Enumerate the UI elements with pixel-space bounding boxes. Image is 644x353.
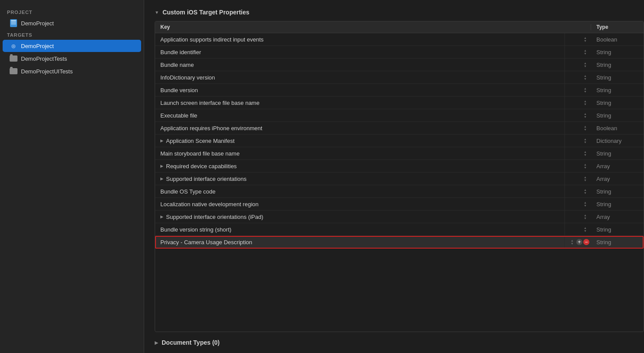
sort-arrows[interactable]: ▲▼ xyxy=(584,36,587,42)
sort-arrows[interactable]: ▲▼ xyxy=(584,100,587,106)
row-controls: ▲▼ + − xyxy=(565,239,591,245)
expand-arrow-icon[interactable]: ▶ xyxy=(160,176,163,181)
row-key-text: Supported interface orientations xyxy=(166,176,246,182)
row-key: Application requires iPhone environment xyxy=(155,122,565,134)
row-key-text: Application Scene Manifest xyxy=(166,138,235,144)
sort-arrows[interactable]: ▲▼ xyxy=(584,49,587,55)
row-controls: ▲▼ xyxy=(565,226,591,232)
row-type: Array xyxy=(591,211,644,222)
row-key-text: Bundle version string (short) xyxy=(160,226,232,233)
sort-arrows-privacy[interactable]: ▲▼ xyxy=(571,239,574,245)
table-row[interactable]: Bundle name ▲▼ String xyxy=(155,59,644,71)
add-remove-buttons: + − xyxy=(576,239,589,245)
row-key: Bundle version xyxy=(155,84,565,96)
col-type-header: Type xyxy=(591,24,644,30)
row-key-text: Bundle identifier xyxy=(160,49,201,55)
row-key: ▶ Supported interface orientations (iPad… xyxy=(155,211,565,223)
table-row[interactable]: Bundle version string (short) ▲▼ String xyxy=(155,223,644,236)
document-types-triangle[interactable]: ▶ xyxy=(155,340,158,345)
sidebar-demo-project-tests-label: DemoProjectTests xyxy=(21,55,67,62)
row-key-text: Privacy - Camera Usage Description xyxy=(160,239,252,246)
sidebar-demo-project-label: DemoProject xyxy=(21,43,54,49)
sort-arrows[interactable]: ▲▼ xyxy=(584,201,587,207)
row-key-text: Launch screen interface file base name xyxy=(160,100,260,106)
table-row[interactable]: Application requires iPhone environment … xyxy=(155,122,644,135)
add-row-button[interactable]: + xyxy=(576,239,582,245)
table-row[interactable]: Main storyboard file base name ▲▼ String xyxy=(155,147,644,160)
row-type: String xyxy=(591,237,644,248)
sort-arrows[interactable]: ▲▼ xyxy=(584,150,587,156)
sort-arrows[interactable]: ▲▼ xyxy=(584,87,587,93)
sidebar-item-demo-project-ui-tests[interactable]: DemoProjectUITests xyxy=(3,65,141,77)
row-controls: ▲▼ xyxy=(565,100,591,106)
row-controls: ▲▼ xyxy=(565,188,591,194)
expand-arrow-icon[interactable]: ▶ xyxy=(160,138,163,143)
table-row[interactable]: ▶ Required device capabilities ▲▼ Array xyxy=(155,160,644,173)
main-content: ▼ Custom iOS Target Properties Key Type … xyxy=(144,0,644,353)
sort-arrows[interactable]: ▲▼ xyxy=(584,214,587,220)
row-controls: ▲▼ xyxy=(565,49,591,55)
table-row[interactable]: Executable file ▲▼ String xyxy=(155,109,644,122)
sort-arrows[interactable]: ▲▼ xyxy=(584,176,587,182)
row-key: ▶ Required device capabilities xyxy=(155,160,565,172)
row-key-text: Application supports indirect input even… xyxy=(160,36,263,43)
sort-arrows[interactable]: ▲▼ xyxy=(584,188,587,194)
row-key: Launch screen interface file base name xyxy=(155,97,565,109)
document-types-label: Document Types (0) xyxy=(162,339,220,346)
row-key: Bundle OS Type code xyxy=(155,185,565,197)
sort-arrows[interactable]: ▲▼ xyxy=(584,112,587,118)
row-controls: ▲▼ xyxy=(565,150,591,156)
table-row[interactable]: ▶ Application Scene Manifest ▲▼ Dictiona… xyxy=(155,135,644,147)
sidebar-item-project[interactable]: DemoProject xyxy=(3,17,141,29)
properties-table: Key Type Application supports indirect i… xyxy=(155,21,644,332)
row-key-text: Application requires iPhone environment xyxy=(160,125,262,132)
table-row[interactable]: Bundle version ▲▼ String xyxy=(155,84,644,97)
table-row[interactable]: ▶ Supported interface orientations (iPad… xyxy=(155,211,644,223)
sort-arrows[interactable]: ▲▼ xyxy=(584,62,587,68)
row-key: InfoDictionary version xyxy=(155,71,565,83)
sort-arrows[interactable]: ▲▼ xyxy=(584,74,587,80)
custom-ios-section-header: ▼ Custom iOS Target Properties xyxy=(144,9,644,21)
sidebar-item-demo-project[interactable]: DemoProject xyxy=(3,40,141,52)
privacy-camera-row[interactable]: Privacy - Camera Usage Description ▲▼ + … xyxy=(155,236,644,249)
row-key-text: InfoDictionary version xyxy=(160,74,215,81)
row-type: String xyxy=(591,72,644,83)
sidebar-demo-project-ui-tests-label: DemoProjectUITests xyxy=(21,68,73,75)
table-row[interactable]: Launch screen interface file base name ▲… xyxy=(155,97,644,109)
project-item-label: DemoProject xyxy=(21,20,54,27)
sidebar: PROJECT DemoProject TARGETS DemoProject … xyxy=(0,0,144,353)
document-types-section[interactable]: ▶ Document Types (0) xyxy=(144,332,644,353)
row-type: String xyxy=(591,199,644,210)
table-header: Key Type xyxy=(155,21,644,33)
project-icon xyxy=(10,19,17,27)
table-row[interactable]: ▶ Supported interface orientations ▲▼ Ar… xyxy=(155,173,644,185)
expand-arrow-icon[interactable]: ▶ xyxy=(160,164,163,168)
row-type: Array xyxy=(591,173,644,184)
sort-arrows[interactable]: ▲▼ xyxy=(584,163,587,169)
row-key: Bundle name xyxy=(155,59,565,71)
table-row[interactable]: InfoDictionary version ▲▼ String xyxy=(155,71,644,84)
row-controls: ▲▼ xyxy=(565,163,591,169)
table-row[interactable]: Localization native development region ▲… xyxy=(155,198,644,211)
sort-arrows[interactable]: ▲▼ xyxy=(584,138,587,144)
remove-row-button[interactable]: − xyxy=(583,239,589,245)
row-controls: ▲▼ xyxy=(565,62,591,68)
row-key-text: Main storyboard file base name xyxy=(160,150,239,157)
row-type: String xyxy=(591,59,644,70)
table-row[interactable]: Application supports indirect input even… xyxy=(155,33,644,46)
row-key: Application supports indirect input even… xyxy=(155,33,565,45)
expand-arrow-icon[interactable]: ▶ xyxy=(160,215,163,219)
sort-arrows[interactable]: ▲▼ xyxy=(584,226,587,232)
row-key-text: Bundle name xyxy=(160,62,194,68)
table-body: Application supports indirect input even… xyxy=(155,33,644,249)
table-row[interactable]: Bundle OS Type code ▲▼ String xyxy=(155,185,644,198)
table-row[interactable]: Bundle identifier ▲▼ String xyxy=(155,46,644,59)
sort-arrows[interactable]: ▲▼ xyxy=(584,125,587,131)
section-collapse-triangle[interactable]: ▼ xyxy=(155,10,159,15)
row-controls: ▲▼ xyxy=(565,74,591,80)
row-controls: ▲▼ xyxy=(565,87,591,93)
row-type: Boolean xyxy=(591,123,644,134)
row-type: Dictionary xyxy=(591,135,644,146)
sidebar-item-demo-project-tests[interactable]: DemoProjectTests xyxy=(3,52,141,65)
row-controls: ▲▼ xyxy=(565,138,591,144)
